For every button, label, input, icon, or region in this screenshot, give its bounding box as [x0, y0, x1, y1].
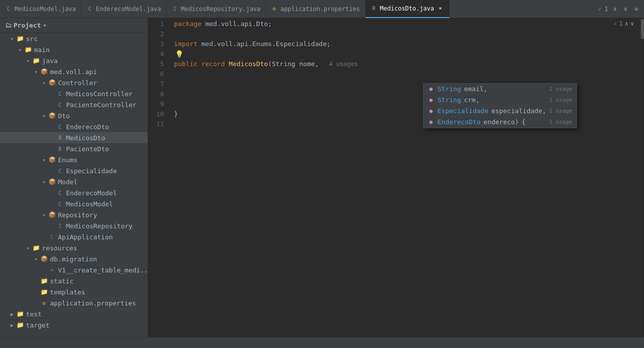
file-icon-paciente-controller: C	[56, 101, 64, 109]
tree-item-target[interactable]: ▶ 📁 target	[0, 319, 148, 330]
label-paciente-controller: PacienteController	[66, 101, 136, 109]
code-line-4: 💡	[174, 49, 640, 59]
tab-application-properties[interactable]: ⚙ application.properties	[266, 0, 366, 18]
project-icon: 🗂	[5, 22, 12, 29]
tab-label-medicos-model: MedicosModel.java	[14, 6, 76, 13]
editor[interactable]: ✓ 1 ∧ ∨ 1 2 3 4 5 6 7 8 9 10 11 pac	[148, 18, 644, 337]
tab-bar: C MedicosModel.java C EnderecoModel.java…	[0, 0, 644, 18]
tree-item-enums[interactable]: ▾ 📦 Enums	[0, 154, 148, 165]
ac-name-crm: crm,	[464, 95, 480, 105]
tree-item-endereco-dto[interactable]: ▾ C EnderecoDto	[0, 121, 148, 132]
tab-medicos-model[interactable]: C MedicosModel.java	[0, 0, 82, 18]
file-icon-application-props: ⚙	[40, 299, 48, 307]
editor-nav-down[interactable]: ∨	[630, 20, 634, 27]
tab-scroll-down[interactable]: ∨	[622, 6, 630, 13]
tab-close-medicos-dto[interactable]: ×	[436, 4, 444, 13]
arrow-src: ▾	[8, 35, 16, 43]
arrow-resources: ▾	[24, 244, 32, 252]
label-db-migration: db.migration	[50, 255, 97, 263]
lightbulb-icon[interactable]: 💡	[175, 49, 184, 59]
label-medicos-controller: MedicosController	[66, 90, 132, 98]
tree-item-test[interactable]: ▶ 📁 test	[0, 308, 148, 319]
kw-import: import	[174, 39, 202, 49]
tree-item-paciente-controller[interactable]: ▾ C PacienteController	[0, 99, 148, 110]
tab-icon-medicos-repository: I	[172, 6, 178, 13]
tab-label-endereco-model: EnderecoModel.java	[96, 6, 161, 13]
ac-type-endereco: EnderecoDto	[438, 117, 480, 127]
tab-overflow-menu[interactable]: ≡	[632, 6, 640, 13]
tree-item-endereco-model-file[interactable]: ▾ C EnderecoModel	[0, 187, 148, 198]
tree-item-medicos-controller[interactable]: ▾ C MedicosController	[0, 88, 148, 99]
editor-checkmark-icon: ✓	[614, 20, 617, 27]
tab-scroll-up[interactable]: ∧	[611, 6, 618, 13]
bottom-bar	[0, 337, 644, 348]
folder-icon-target: 📁	[16, 321, 24, 329]
tree-item-static[interactable]: ▾ 📁 static	[0, 275, 148, 286]
autocomplete-item-especialidade[interactable]: ● Especialidade especialidade, 1 usage	[424, 106, 576, 117]
ac-usage-especialidade: 1 usage	[549, 106, 572, 116]
label-target: target	[26, 321, 50, 329]
tab-label-medicos-dto: MedicosDto.java	[380, 5, 434, 12]
tree-item-v1-create[interactable]: ▾ = V1__create_table_medi...	[0, 264, 148, 275]
code-editor[interactable]: package med.voll.api.Dto; import med.vol…	[169, 18, 640, 337]
import-name: med.voll.api.Enums.Especialidade	[202, 39, 326, 49]
tree-item-api-application[interactable]: ▾ C ApiApplication	[0, 231, 148, 242]
editor-top-right: ✓ 1 ∧ ∨	[614, 20, 634, 27]
editor-body: 1 2 3 4 5 6 7 8 9 10 11 package med.voll…	[148, 18, 644, 337]
autocomplete-popup[interactable]: ● String email, 1 usage ● String crm, 1 …	[423, 83, 577, 128]
file-icon-medicos-repository: I	[56, 222, 64, 230]
tree-item-medicos-repository-file[interactable]: ▾ I MedicosRepository	[0, 220, 148, 231]
file-icon-api-application: C	[48, 233, 56, 241]
label-medicos-repository-file: MedicosRepository	[66, 222, 132, 230]
tree-item-paciente-dto[interactable]: ▾ R PacienteDto	[0, 143, 148, 154]
arrow-db-migration: ▾	[32, 255, 40, 263]
scrollbar-thumb[interactable]	[641, 19, 644, 39]
arrow-model: ▾	[40, 178, 48, 186]
label-model: Model	[58, 178, 78, 186]
tree-item-main[interactable]: ▾ 📁 main	[0, 44, 148, 55]
tab-icon-medicos-model: C	[5, 6, 12, 13]
file-icon-endereco-dto: C	[56, 123, 64, 131]
autocomplete-item-email[interactable]: ● String email, 1 usage	[424, 84, 576, 95]
tree-item-med-voll-api[interactable]: ▾ 📦 med.voll.api	[0, 66, 148, 77]
main-layout: 🗂 Project ▾ ▾ 📁 src ▾ 📁 main	[0, 18, 644, 337]
kw-package: package	[174, 19, 206, 29]
editor-scrollbar[interactable]	[640, 18, 644, 337]
package-icon-model: 📦	[48, 178, 56, 186]
ac-name-especialidade: especialidade,	[492, 106, 546, 116]
tree-item-src[interactable]: ▾ 📁 src	[0, 33, 148, 44]
tree-item-medicos-model-file[interactable]: ▾ C MedicosModel	[0, 198, 148, 209]
tab-medicos-repository[interactable]: I MedicosRepository.java	[166, 0, 266, 18]
ac-usage-crm: 1 usage	[549, 95, 572, 105]
tree-item-resources[interactable]: ▾ 📁 resources	[0, 242, 148, 253]
tree-item-application-props-file[interactable]: ▾ ⚙ application.properties	[0, 297, 148, 308]
label-enums: Enums	[58, 156, 78, 164]
tree-item-db-migration[interactable]: ▾ 📦 db.migration	[0, 253, 148, 264]
label-v1-create: V1__create_table_medi...	[58, 266, 148, 274]
autocomplete-item-endereco[interactable]: ● EnderecoDto endereco) { 1 usage	[424, 117, 576, 128]
autocomplete-item-crm[interactable]: ● String crm, 1 usage	[424, 95, 576, 106]
tree-item-java[interactable]: ▾ 📁 java	[0, 55, 148, 66]
tree-item-controller[interactable]: ▾ 📦 Controller	[0, 77, 148, 88]
line-numbers: 1 2 3 4 5 6 7 8 9 10 11	[148, 18, 169, 337]
ac-icon-crm: ●	[428, 97, 434, 104]
folder-icon-resources: 📁	[32, 244, 40, 252]
tree-item-templates[interactable]: ▾ 📁 templates	[0, 286, 148, 297]
tab-medicos-dto[interactable]: R MedicosDto.java ×	[366, 0, 450, 18]
package-icon-db-migration: 📦	[40, 255, 48, 263]
tree-item-model[interactable]: ▾ 📦 Model	[0, 176, 148, 187]
tab-endereco-model[interactable]: C EnderecoModel.java	[82, 0, 166, 18]
tree-item-especialidade[interactable]: ▾ C Especialidade	[0, 165, 148, 176]
code-line-1: package med.voll.api.Dto;	[174, 19, 640, 29]
tree-item-medicos-dto-file[interactable]: ▾ R MedicosDto	[0, 132, 148, 143]
tree-item-dto[interactable]: ▾ 📦 Dto	[0, 110, 148, 121]
label-controller: Controller	[58, 79, 97, 87]
ac-extra-endereco: {	[522, 117, 526, 127]
project-dropdown-icon[interactable]: ▾	[43, 22, 47, 29]
editor-nav-up[interactable]: ∧	[625, 20, 628, 27]
label-endereco-dto: EnderecoDto	[66, 123, 109, 131]
pkg-name: med.voll.api.Dto	[206, 19, 268, 29]
tree-item-repository[interactable]: ▾ 📦 Repository	[0, 209, 148, 220]
file-icon-especialidade: C	[56, 167, 64, 175]
folder-icon-test: 📁	[16, 310, 24, 318]
